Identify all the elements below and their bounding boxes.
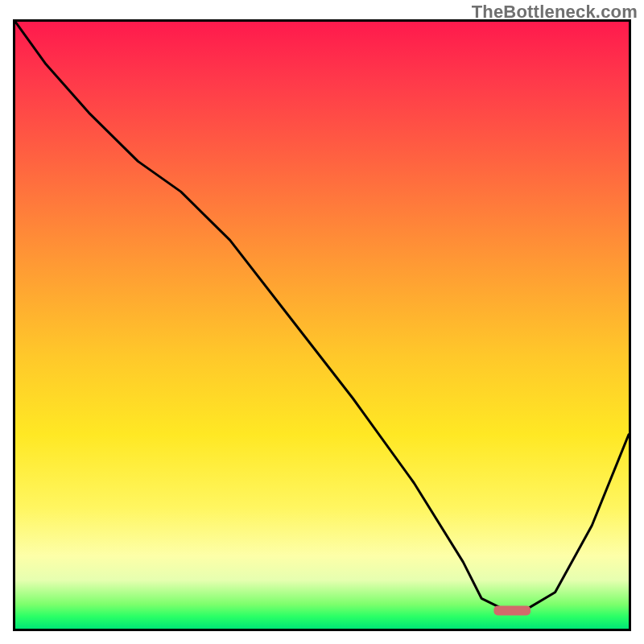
chart-container: TheBottleneck.com (0, 0, 644, 644)
chart-overlay (15, 22, 629, 629)
bottleneck-curve-line (15, 22, 629, 610)
plot-area (13, 19, 631, 631)
optimal-range-marker (493, 605, 530, 615)
